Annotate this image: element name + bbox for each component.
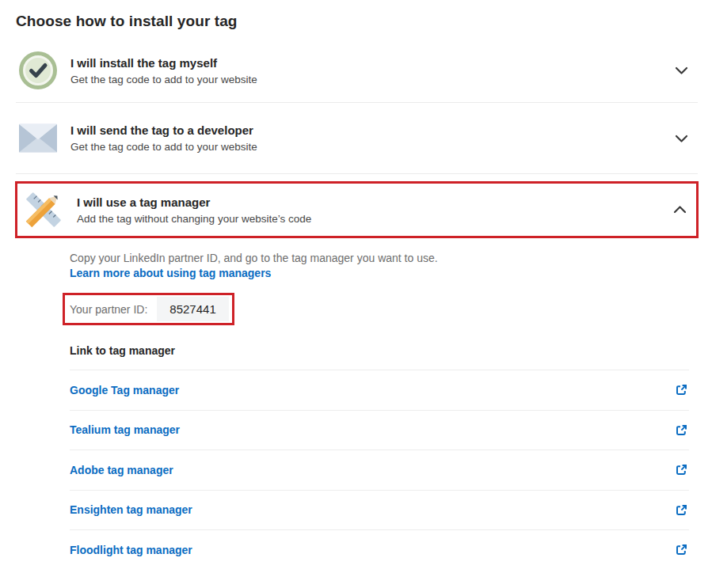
external-link-icon[interactable] [676,544,687,556]
floodlight-tag-manager-link[interactable]: Floodlight tag manager [70,544,192,556]
check-circle-icon [19,51,57,89]
option-text-block: I will send the tag to a developer Get t… [70,123,257,153]
external-link-icon[interactable] [676,424,687,436]
option-title: I will install the tag myself [70,56,257,70]
chevron-up-icon[interactable] [673,205,687,214]
option-send-to-developer[interactable]: I will send the tag to a developer Get t… [16,103,698,174]
option-text-block: I will use a tag manager Add the tag wit… [77,195,311,225]
partner-id-box: Your partner ID: 8527441 [63,293,234,325]
list-item-adobe-tag-manager[interactable]: Adobe tag manager [70,450,689,490]
tealium-tag-manager-link[interactable]: Tealium tag manager [70,423,180,436]
option-subtitle: Get the tag code to add to your website [70,141,257,153]
learn-more-link[interactable]: Learn more about using tag managers [70,267,271,279]
option-subtitle: Get the tag code to add to your website [70,74,257,85]
option-install-myself[interactable]: I will install the tag myself Get the ta… [16,40,698,103]
list-item-floodlight-tag-manager[interactable]: Floodlight tag manager [70,529,689,570]
tag-manager-links-list: Google Tag manager Tealium tag manager [70,370,689,570]
partner-id-value[interactable]: 8527441 [157,297,228,321]
pencil-ruler-icon [22,188,65,231]
external-link-icon[interactable] [676,504,687,516]
external-link-icon[interactable] [676,464,687,476]
adobe-tag-manager-link[interactable]: Adobe tag manager [70,464,173,476]
tag-manager-panel: Copy your LinkedIn partner ID, and go to… [70,238,698,570]
page-title: Choose how to install your tag [16,13,698,30]
install-tag-page: Choose how to install your tag I will in… [0,0,712,570]
list-item-google-tag-manager[interactable]: Google Tag manager [70,370,689,410]
partner-id-label: Your partner ID: [70,303,147,316]
instruction-text: Copy your LinkedIn partner ID, and go to… [70,252,698,264]
ensighten-tag-manager-link[interactable]: Ensighten tag manager [70,503,192,516]
option-title: I will use a tag manager [77,195,311,209]
list-item-ensighten-tag-manager[interactable]: Ensighten tag manager [70,490,689,530]
option-title: I will send the tag to a developer [70,123,257,137]
option-text-block: I will install the tag myself Get the ta… [70,56,257,85]
option-subtitle: Add the tag without changing your websit… [77,213,311,225]
list-item-tealium-tag-manager[interactable]: Tealium tag manager [70,410,689,450]
chevron-down-icon[interactable] [675,134,688,143]
option-use-tag-manager[interactable]: I will use a tag manager Add the tag wit… [15,181,699,238]
links-heading: Link to tag manager [70,344,698,357]
envelope-icon [19,123,57,153]
external-link-icon[interactable] [676,384,687,396]
google-tag-manager-link[interactable]: Google Tag manager [70,384,179,396]
chevron-down-icon[interactable] [675,66,688,75]
